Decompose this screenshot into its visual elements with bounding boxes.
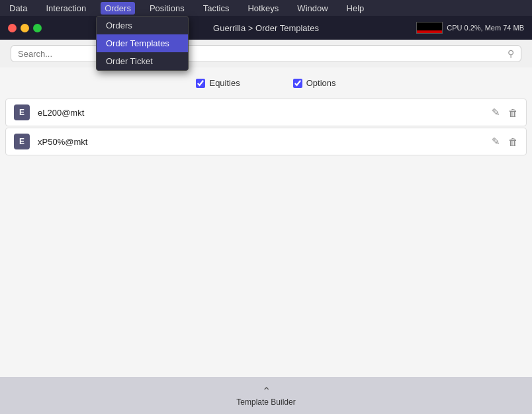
menu-tactics[interactable]: Tactics	[199, 2, 234, 15]
template-actions-xp50: ✎ 🗑	[492, 136, 518, 147]
edit-icon-xp50[interactable]: ✎	[492, 136, 500, 147]
edit-icon-el200[interactable]: ✎	[492, 106, 500, 118]
menu-interaction[interactable]: Interaction	[42, 2, 90, 15]
table-row: E eL200@mkt ✎ 🗑	[5, 99, 527, 126]
menu-bar: Data Interaction Orders Positions Tactic…	[0, 0, 532, 16]
delete-icon-el200[interactable]: 🗑	[508, 107, 518, 118]
delete-icon-xp50[interactable]: 🗑	[508, 136, 518, 147]
template-builder-bar[interactable]: ⌃ Template Builder	[0, 377, 532, 414]
options-checkbox[interactable]	[293, 79, 302, 88]
options-label: Options	[306, 78, 336, 88]
chevron-up-icon: ⌃	[262, 385, 271, 397]
menu-window[interactable]: Window	[293, 2, 332, 15]
options-filter[interactable]: Options	[293, 78, 336, 88]
dropdown-orders[interactable]: Orders	[97, 17, 188, 34]
close-button[interactable]	[8, 24, 17, 32]
template-badge-el200: E	[14, 104, 30, 120]
cpu-bar	[417, 30, 442, 33]
minimize-button[interactable]	[21, 24, 29, 32]
content-wrapper: ⚲ Equities Options E eL200@mkt ✎ 🗑	[0, 40, 532, 414]
orders-dropdown: Orders Order Templates Order Ticket	[96, 16, 189, 71]
table-row: E xP50%@mkt ✎ 🗑	[5, 128, 527, 155]
main-content: Equities Options E eL200@mkt ✎ 🗑 E xP50%…	[0, 67, 532, 414]
dropdown-order-ticket[interactable]: Order Ticket	[97, 52, 188, 70]
system-stats: CPU 0.2%, Mem 74 MB	[416, 22, 524, 34]
menu-help[interactable]: Help	[343, 2, 369, 15]
window-title: Guerrilla > Order Templates	[213, 23, 319, 33]
title-bar: Guerrilla > Order Templates CPU 0.2%, Me…	[0, 16, 532, 40]
equities-filter[interactable]: Equities	[196, 78, 240, 88]
template-actions-el200: ✎ 🗑	[492, 106, 518, 118]
template-badge-xp50: E	[14, 134, 30, 149]
menu-hotkeys[interactable]: Hotkeys	[244, 2, 283, 15]
menu-positions[interactable]: Positions	[146, 2, 189, 15]
template-name-el200: eL200@mkt	[38, 108, 484, 118]
template-list: E eL200@mkt ✎ 🗑 E xP50%@mkt ✎ 🗑	[0, 99, 532, 155]
cpu-graph	[416, 22, 443, 34]
search-input[interactable]	[18, 49, 504, 59]
search-box: ⚲	[11, 45, 521, 62]
menu-orders[interactable]: Orders	[101, 2, 135, 15]
equities-checkbox[interactable]	[196, 79, 205, 88]
search-icon: ⚲	[508, 48, 514, 59]
traffic-lights	[8, 24, 42, 32]
template-name-xp50: xP50%@mkt	[38, 137, 484, 147]
equities-label: Equities	[209, 78, 240, 88]
stats-text: CPU 0.2%, Mem 74 MB	[447, 24, 524, 32]
search-container: ⚲	[0, 40, 532, 67]
filters-row: Equities Options	[0, 67, 532, 99]
menu-data[interactable]: Data	[5, 2, 31, 15]
maximize-button[interactable]	[33, 24, 42, 32]
dropdown-order-templates[interactable]: Order Templates	[97, 34, 188, 52]
template-builder-label: Template Builder	[236, 397, 295, 407]
